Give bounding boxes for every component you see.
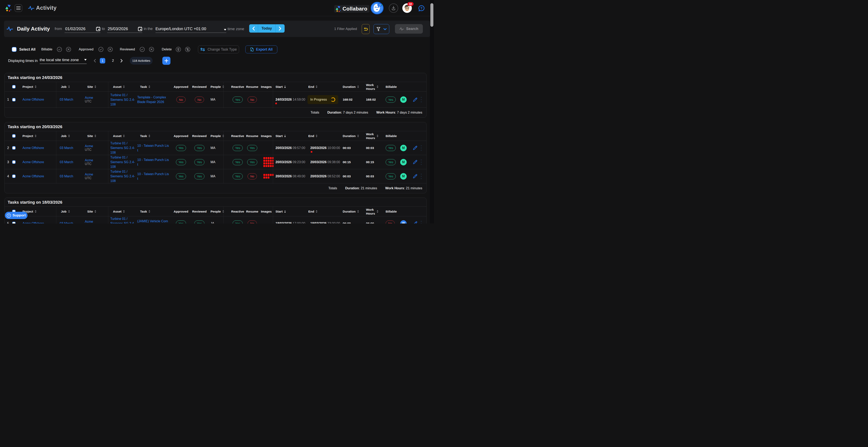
image-thumb[interactable] [266, 160, 268, 162]
column-header-work_hours[interactable]: WorkHours [364, 83, 384, 91]
next-page-button[interactable] [120, 59, 123, 63]
column-header-end[interactable]: End [307, 210, 342, 213]
download-button[interactable] [389, 3, 398, 13]
column-header-task[interactable]: Task [134, 85, 170, 89]
reviewed-yes-button[interactable] [140, 47, 145, 52]
cell-job[interactable]: 03 March [56, 98, 82, 101]
add-activity-button[interactable] [162, 57, 170, 65]
image-thumb[interactable] [264, 160, 265, 162]
row-checkbox[interactable] [12, 160, 16, 164]
cell-asset[interactable]: Turbine 01 /Siemens SG 2.4-108 [108, 216, 134, 224]
edit-pencil-icon[interactable] [413, 174, 417, 179]
menu-button[interactable] [14, 4, 22, 12]
image-thumb[interactable] [270, 162, 272, 165]
cell-asset[interactable]: Turbine 01 /Siemens SG 2.4-108 [108, 169, 134, 183]
cell-task[interactable]: 10 - Taiwan Punch List [134, 143, 170, 153]
cell-project[interactable]: Acme Offshore [20, 98, 56, 101]
column-header-project[interactable]: Project [20, 134, 56, 138]
scrollbar-thumb[interactable] [430, 3, 433, 27]
column-header-start[interactable]: Start [274, 85, 307, 89]
scrollbar-track[interactable] [430, 0, 434, 224]
cell-asset[interactable]: Turbine 01 /Siemens SG 2.4-108 [108, 141, 134, 155]
cell-site[interactable]: AcmeUTC [82, 158, 108, 166]
column-header-site[interactable]: Site [82, 134, 108, 138]
image-thumb[interactable] [264, 165, 265, 167]
column-header-people[interactable]: People [207, 134, 230, 138]
column-header-asset[interactable]: Asset [108, 85, 134, 89]
reviewed-no-button[interactable] [149, 47, 154, 52]
column-header-duration[interactable]: Duration [342, 210, 364, 213]
sort-icon[interactable] [377, 210, 378, 213]
image-thumb[interactable] [264, 174, 265, 176]
sort-icon[interactable] [35, 135, 36, 137]
person-avatar[interactable]: W [400, 220, 407, 224]
header-checkbox[interactable] [12, 134, 16, 138]
column-header-start[interactable]: Start [274, 210, 307, 213]
cell-site[interactable]: AcmeUTC [82, 220, 108, 224]
cell-project[interactable]: Acme Offshore [20, 146, 56, 150]
image-thumb[interactable] [264, 162, 265, 165]
more-menu-icon[interactable] [421, 173, 422, 179]
edit-pencil-icon[interactable] [413, 97, 417, 102]
sort-icon[interactable] [316, 135, 317, 137]
sort-icon[interactable] [377, 85, 378, 88]
user-avatar[interactable]: 32 [402, 3, 412, 13]
column-header-task[interactable]: Task [134, 210, 170, 213]
cell-asset[interactable]: Turbine 01 /Siemens SG 2.4-108 [108, 93, 134, 107]
sort-icon[interactable] [123, 210, 125, 213]
next-day-button[interactable] [276, 24, 285, 33]
filter-menu-button[interactable] [373, 24, 389, 34]
approved-no-button[interactable] [108, 47, 113, 52]
person-avatar[interactable]: M [400, 159, 407, 166]
sort-icon[interactable] [149, 135, 150, 137]
row-checkbox[interactable] [12, 146, 16, 150]
cell-site[interactable]: AcmeUTC [82, 96, 108, 103]
sort-icon[interactable] [123, 85, 125, 88]
column-header-job[interactable]: Job [56, 134, 82, 138]
assistant-chat-button[interactable] [371, 2, 383, 14]
export-all-button[interactable]: Export All [245, 46, 277, 54]
brand-logo[interactable]: Collabaro [334, 5, 369, 12]
sort-icon[interactable] [316, 85, 317, 88]
undelete-button[interactable] [185, 47, 190, 52]
column-header-people[interactable]: People [207, 85, 230, 89]
image-thumb[interactable] [270, 165, 272, 167]
sort-icon[interactable] [222, 135, 224, 137]
sort-icon[interactable] [95, 85, 96, 88]
header-checkbox[interactable] [12, 85, 16, 88]
column-header-job[interactable]: Job [56, 210, 82, 213]
edit-pencil-icon[interactable] [413, 160, 417, 165]
approved-yes-button[interactable] [98, 47, 103, 52]
cell-task[interactable]: 10 - Taiwan Punch List [134, 172, 170, 181]
more-menu-icon[interactable] [421, 96, 422, 102]
sort-icon[interactable] [357, 85, 359, 88]
person-avatar[interactable]: M [400, 173, 407, 180]
billable-no-button[interactable] [66, 47, 71, 52]
sort-icon[interactable] [284, 210, 286, 213]
image-thumb[interactable] [268, 177, 270, 179]
column-header-project[interactable]: Project [20, 85, 56, 89]
image-thumb[interactable] [268, 174, 270, 176]
billable-yes-button[interactable] [57, 47, 62, 52]
sort-icon[interactable] [377, 135, 378, 137]
sort-icon[interactable] [68, 135, 70, 137]
image-thumb[interactable] [268, 157, 270, 159]
cell-task[interactable]: 10 - Taiwan Punch List [134, 157, 170, 167]
column-header-job[interactable]: Job [56, 85, 82, 89]
column-header-end[interactable]: End [307, 134, 342, 138]
prev-day-button[interactable] [249, 24, 258, 33]
image-thumb[interactable] [266, 165, 268, 167]
row-checkbox[interactable] [12, 222, 16, 224]
image-thumb[interactable] [268, 165, 270, 167]
image-thumb[interactable] [268, 160, 270, 162]
cell-project[interactable]: Acme Offshore [20, 222, 56, 224]
edit-pencil-icon[interactable] [413, 146, 417, 150]
image-thumb[interactable] [270, 174, 272, 176]
reset-filters-button[interactable] [362, 24, 370, 34]
column-header-work_hours[interactable]: WorkHours [364, 132, 384, 140]
site-timezone-select[interactable]: the local site time zone [40, 58, 87, 64]
cell-project[interactable]: Acme Offshore [20, 175, 56, 178]
edit-pencil-icon[interactable] [413, 221, 417, 224]
image-thumb[interactable] [266, 177, 268, 179]
cell-project[interactable]: Acme Offshore [20, 160, 56, 164]
